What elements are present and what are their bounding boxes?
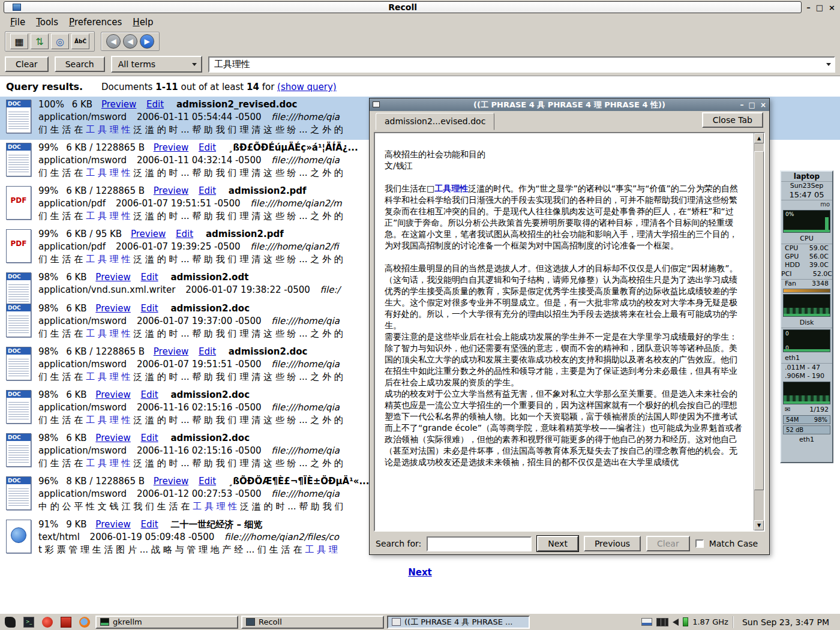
clear-button[interactable]: Clear	[5, 56, 49, 72]
edit-link[interactable]: Edit	[199, 185, 216, 196]
media-player-icon[interactable]	[40, 615, 55, 629]
file-type-label: DOC	[7, 434, 31, 441]
term-explorer-icon[interactable]: ◎	[51, 34, 69, 49]
advanced-search-icon[interactable]: ▦	[10, 34, 28, 49]
close-icon[interactable]: ×	[760, 101, 766, 109]
document-title: admission2.doc	[170, 389, 250, 400]
file-size: 6 KB / 1228865 B	[66, 185, 145, 196]
file-type-label: DOC	[7, 100, 31, 107]
edit-link[interactable]: Edit	[199, 476, 216, 487]
spellcheck-icon[interactable]: ÂbĈ	[71, 34, 89, 49]
scrollbar-thumb[interactable]	[754, 151, 764, 490]
snippet-post: 泛 滥 的 时 ... 帮 助 我 们 理 清 这 些 纷 ... 之 外 的	[130, 211, 343, 221]
snippet-term: 工 具 理	[305, 544, 338, 555]
minimize-icon[interactable]: –	[806, 4, 811, 11]
search-button[interactable]: Search	[55, 56, 105, 72]
doc-heading: 高校招生的社会功能和目的	[385, 149, 744, 160]
menu-tools[interactable]: Tools	[31, 16, 64, 29]
scroll-up-icon[interactable]: ▲	[754, 133, 764, 143]
mime-type: application/msword	[38, 402, 127, 413]
file-url: file:///home/qian2/m	[250, 198, 341, 209]
mime-type: application/msword	[38, 488, 127, 499]
app-menu-icon[interactable]	[2, 615, 18, 629]
query-history-dropdown[interactable]	[823, 58, 834, 71]
preview-titlebar[interactable]: ((工 PHRASE 4 具 PHRASE 4 理 PHRASE 4 性)) –…	[370, 98, 769, 111]
search-mode-select[interactable]: All terms	[111, 56, 202, 73]
file-type-icon: DOC	[6, 100, 31, 133]
taskbar-item-recoll[interactable]: Recoll	[241, 616, 384, 629]
next-page-link[interactable]: Next	[0, 567, 840, 578]
search-mode-value: All terms	[118, 59, 155, 69]
menu-preferences[interactable]: Preferences	[64, 16, 127, 29]
file-type-label: PDF	[7, 230, 31, 248]
find-previous-button[interactable]: Previous	[584, 536, 641, 551]
disk-read-value: 0	[785, 331, 789, 337]
find-next-button[interactable]: Next	[537, 536, 578, 551]
firefox-icon[interactable]	[77, 615, 92, 629]
maximize-icon[interactable]: □	[816, 4, 823, 11]
preview-tab[interactable]: admission2...evised.doc	[376, 113, 494, 130]
mime-type: text/html	[38, 532, 80, 542]
window-titlebar[interactable]: Recoll	[4, 1, 802, 13]
preview-link[interactable]: Preview	[95, 519, 130, 530]
edit-link[interactable]: Edit	[141, 389, 158, 400]
volume-icon[interactable]	[673, 619, 679, 626]
preview-link[interactable]: Preview	[95, 272, 130, 283]
preview-link[interactable]: Preview	[101, 99, 136, 110]
menu-help[interactable]: Help	[127, 16, 158, 29]
relevance-percent: 98%	[38, 346, 58, 357]
results-range: 1-11	[155, 82, 178, 92]
search-input[interactable]	[213, 58, 823, 70]
edit-link[interactable]: Edit	[146, 99, 164, 110]
file-type-icon: DOC	[6, 433, 31, 467]
edit-link[interactable]: Edit	[199, 142, 216, 153]
file-type-label: DOC	[7, 391, 31, 398]
fan-label: Fan	[785, 280, 796, 288]
match-case-checkbox[interactable]	[695, 539, 704, 548]
preview-scrollbar[interactable]: ▲ ▼	[754, 133, 764, 530]
package-manager-icon[interactable]	[58, 615, 74, 629]
menu-file[interactable]: File	[5, 16, 31, 29]
battery-icon[interactable]	[683, 617, 688, 626]
taskbar-item-preview[interactable]: ((工 PHRASE 4 具 PHRASE ...	[387, 616, 530, 629]
scroll-down-icon[interactable]: ▼	[754, 520, 764, 530]
preview-link[interactable]: Preview	[131, 229, 166, 239]
preview-link[interactable]: Preview	[154, 346, 188, 357]
preview-link[interactable]: Preview	[154, 185, 188, 196]
sort-params-icon[interactable]: ⇅	[31, 34, 49, 49]
edit-link[interactable]: Edit	[141, 433, 158, 443]
workspace-pager-icon[interactable]	[656, 618, 668, 626]
edit-link[interactable]: Edit	[141, 519, 158, 530]
show-query-link[interactable]: (show query)	[277, 82, 337, 92]
next-page-icon[interactable]: ▶	[140, 34, 154, 49]
find-input[interactable]	[427, 536, 532, 551]
prev-page-icon[interactable]: ◀	[123, 34, 137, 49]
preview-link[interactable]: Preview	[95, 389, 130, 400]
window-title-strip: Recoll – □ ×	[0, 0, 840, 14]
preview-link[interactable]: Preview	[95, 303, 130, 314]
terminal-icon[interactable]: >_	[21, 615, 37, 629]
edit-link[interactable]: Edit	[141, 303, 158, 314]
preview-link[interactable]: Preview	[154, 476, 188, 487]
close-tab-button[interactable]: Close Tab	[702, 112, 763, 128]
fan-row: Fan 3348	[781, 280, 832, 288]
maximize-icon[interactable]: □	[749, 101, 755, 109]
net-section-label: eth1	[781, 353, 832, 364]
edit-link[interactable]: Edit	[176, 229, 193, 239]
find-clear-button[interactable]: Clear	[646, 536, 690, 551]
minimize-icon[interactable]: –	[740, 101, 744, 109]
taskbar-item-gkrellm[interactable]: gkrellm	[95, 616, 238, 629]
scrollbar-track[interactable]	[754, 143, 764, 520]
taskbar-clock[interactable]: Sun Sep 23, 3:47 PM	[733, 616, 836, 628]
edit-link[interactable]: Edit	[199, 346, 216, 357]
close-icon[interactable]: ×	[829, 4, 835, 11]
first-page-icon[interactable]: ◀	[106, 34, 121, 49]
preview-link[interactable]: Preview	[95, 433, 130, 443]
document-title: admission2.doc	[170, 303, 250, 314]
disk-chart: 0 0	[783, 329, 830, 352]
edit-link[interactable]: Edit	[141, 272, 158, 283]
snippet-pre: 们 生 活 在	[38, 211, 86, 221]
snippet-post: 泛 滥 的 时 ... 帮 助 我 们 理 清 这 些 纷 ... 之 外 的	[130, 415, 343, 425]
keyboard-layout-icon[interactable]	[641, 618, 652, 626]
preview-link[interactable]: Preview	[154, 142, 188, 153]
